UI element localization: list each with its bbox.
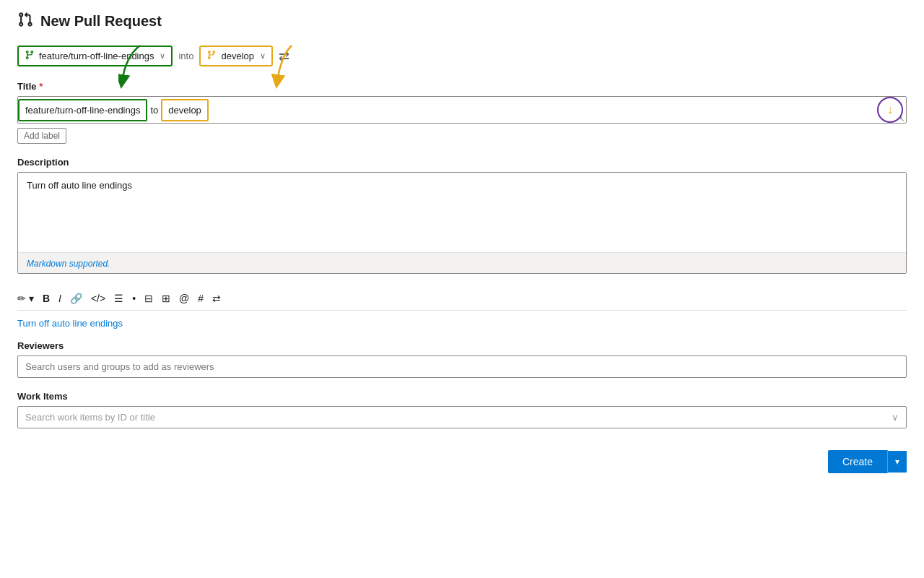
target-branch-selector[interactable]: develop ∨ <box>199 46 273 66</box>
reviewers-label: Reviewers <box>17 340 907 351</box>
page-header: New Pull Request <box>17 12 907 31</box>
toolbar-link[interactable]: 🔗 <box>70 293 82 304</box>
toolbar-bold[interactable]: B <box>43 293 50 304</box>
description-section: Description Turn off auto line endings M… <box>17 157 907 274</box>
create-dropdown-button[interactable]: ▾ <box>888 451 907 473</box>
reviewers-section: Reviewers <box>17 340 907 378</box>
diff-link[interactable]: Turn off auto line endings <box>17 318 907 329</box>
footer-row: Create ▾ <box>17 450 907 473</box>
toolbar-italic[interactable]: I <box>58 293 61 304</box>
work-items-section: Work Items Search work items by ID or ti… <box>17 391 907 428</box>
pr-icon <box>17 12 33 31</box>
reviewers-search-input[interactable] <box>17 355 907 378</box>
source-branch-icon <box>25 50 35 62</box>
required-marker: * <box>39 81 43 92</box>
toolbar-unordered-list[interactable]: • <box>132 293 136 304</box>
title-to-text: to <box>147 100 161 120</box>
target-branch-dropdown[interactable]: ∨ <box>260 51 266 61</box>
toolbar-task-list[interactable]: ⊟ <box>144 293 153 304</box>
toolbar-hashtag[interactable]: # <box>198 293 204 304</box>
create-button[interactable]: Create <box>828 450 888 473</box>
toolbar-table[interactable]: ⊞ <box>162 293 170 304</box>
description-box: Turn off auto line endings Markdown supp… <box>17 172 907 274</box>
page-title: New Pull Request <box>40 13 162 30</box>
title-section: Title * feature/turn-off-line-endings to… <box>17 81 907 144</box>
description-content[interactable]: Turn off auto line endings <box>18 173 906 252</box>
title-source-part: feature/turn-off-line-endings <box>18 99 147 121</box>
title-input[interactable] <box>209 100 877 120</box>
description-label: Description <box>17 157 907 168</box>
add-label-button[interactable]: Add label <box>17 128 66 144</box>
toolbar-pr-ref[interactable]: ⇄ <box>212 293 221 304</box>
cursor-indicator: ↖ <box>899 115 905 123</box>
source-branch-dropdown[interactable]: ∨ <box>160 51 165 61</box>
work-items-label: Work Items <box>17 391 907 402</box>
work-items-chevron: ∨ <box>892 412 899 423</box>
swap-branches-icon[interactable]: ⇄ <box>279 48 289 64</box>
work-items-dropdown[interactable]: Search work items by ID or title ∨ <box>17 406 907 428</box>
editor-toolbar: ✏ ▾ B I 🔗 </> ☰ • ⊟ ⊞ @ # ⇄ <box>17 287 907 311</box>
target-branch-name: develop <box>221 51 254 61</box>
toolbar-ordered-list[interactable]: ☰ <box>114 293 123 304</box>
toolbar-mention[interactable]: @ <box>179 293 189 304</box>
branch-row: feature/turn-off-line-endings ∨ into dev… <box>17 46 907 66</box>
toolbar-code[interactable]: </> <box>91 293 105 304</box>
source-branch-selector[interactable]: feature/turn-off-line-endings ∨ <box>17 46 173 66</box>
into-label: into <box>178 51 193 61</box>
title-target-part: develop <box>161 99 209 121</box>
description-footer: Markdown supported. <box>18 252 906 273</box>
create-button-group: Create ▾ <box>828 450 907 473</box>
toolbar-format-icon[interactable]: ✏ ▾ <box>17 293 34 304</box>
source-branch-name: feature/turn-off-line-endings <box>39 51 154 61</box>
target-branch-icon <box>206 50 217 62</box>
create-dropdown-icon: ▾ <box>895 457 899 467</box>
title-action-button[interactable]: ↓ ↖ <box>877 97 903 123</box>
work-items-placeholder: Search work items by ID or title <box>25 412 155 423</box>
arrow-down-icon: ↓ <box>887 103 893 116</box>
title-label: Title * <box>17 81 907 92</box>
markdown-hint: Markdown supported. <box>27 259 110 269</box>
